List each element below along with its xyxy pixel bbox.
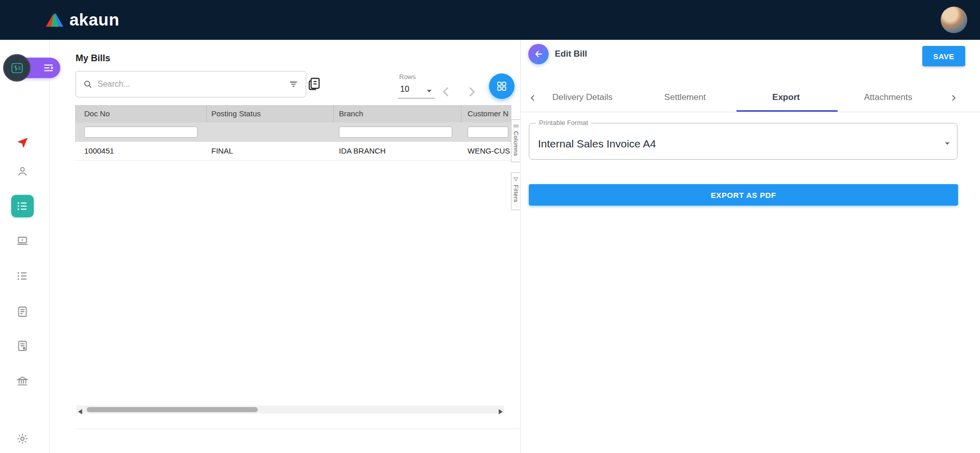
filters-side-tab[interactable]: Filters [511,172,520,210]
caret-down-icon [424,85,435,96]
cell-branch: IDA BRANCH [339,142,456,160]
duplicate-pages-button[interactable] [307,77,322,91]
table-row[interactable]: 1000451 FINAL IDA BRANCH WENG-CUS [75,142,511,161]
tabs-scroll-right-button[interactable] [948,93,959,103]
user-avatar[interactable] [941,7,967,33]
tab-export[interactable]: Export [772,92,800,103]
tab-settlement[interactable]: Settlement [664,92,705,103]
scrollbar-thumb[interactable] [87,407,258,412]
arrow-left-icon [533,49,544,59]
horizontal-scrollbar[interactable] [77,406,504,414]
sidebar-item-invoice-icon[interactable] [16,340,29,352]
edit-bill-title: Edit Bill [555,49,587,59]
table-filter-row [75,122,511,142]
printable-format-label: Printable Format [536,119,591,127]
tab-delivery-details[interactable]: Delivery Details [552,92,612,103]
scroll-left-arrow-icon[interactable] [78,407,82,416]
ledger-dollar-icon [10,61,24,75]
topbar: akaun [0,0,980,40]
sidebar-item-bills-active[interactable] [11,195,34,217]
akaun-logo: akaun [45,10,119,30]
bills-panel-bottom-border [75,429,520,429]
columns-side-tab[interactable]: Columns [511,119,520,162]
menu-expand-icon [43,62,54,73]
tabs-scroll-left-button[interactable] [528,93,538,103]
sidebar-item-document-icon[interactable] [16,306,29,318]
sidebar [0,40,50,453]
column-header-doc-no[interactable]: Doc No [84,105,202,122]
save-button[interactable]: SAVE [922,46,965,66]
rows-per-page-value: 10 [400,85,409,94]
tab-attachments[interactable]: Attachments [864,92,913,103]
filter-input-branch[interactable] [339,127,452,138]
dropdown-caret-icon [942,138,953,151]
search-input[interactable] [96,79,288,89]
grid-icon [496,81,507,92]
tabs-bottom-border [520,112,980,112]
sidebar-item-bank-icon[interactable] [16,375,29,387]
cell-doc-no: 1000451 [84,142,202,160]
search-icon [83,80,92,89]
search-box [76,71,306,97]
brand-name: akaun [69,10,119,30]
next-page-button[interactable] [464,85,479,99]
sidebar-item-laptop-icon[interactable] [16,235,29,247]
filter-sort-icon[interactable] [288,79,299,89]
cell-posting-status: FINAL [211,142,329,160]
logo-triangle-icon [45,12,64,28]
scroll-right-arrow-icon[interactable] [499,407,503,416]
chevron-right-icon [464,85,479,99]
rows-per-page-select[interactable]: 10 [398,83,435,98]
pages-icon [307,77,322,91]
filter-input-doc-no[interactable] [84,127,198,138]
printable-format-value: Internal Sales Invoice A4 [538,138,656,150]
rows-per-page-label: Rows [399,73,416,81]
ledger-app-button[interactable] [3,54,31,82]
chevron-left-icon [439,85,453,99]
chevron-right-icon [948,93,959,103]
chevron-left-icon [528,93,538,103]
filter-input-customer[interactable] [468,127,508,138]
filters-tab-label: Filters [513,185,519,203]
panel-divider [520,40,521,453]
column-header-branch[interactable]: Branch [339,105,456,122]
previous-page-button[interactable] [439,85,453,99]
active-tab-indicator [737,110,838,112]
sidebar-item-person-icon[interactable] [16,165,29,178]
cell-customer: WENG-CUS [468,142,511,160]
column-header-posting-status[interactable]: Posting Status [211,105,329,122]
bills-table: Doc No Posting Status Branch Customer N … [75,105,511,429]
columns-tab-label: Columns [513,131,519,156]
column-header-customer[interactable]: Customer N [468,105,511,122]
sidebar-item-send-icon[interactable] [16,136,29,148]
columns-grip-icon [513,123,519,129]
table-header-row: Doc No Posting Status Branch Customer N [75,105,511,122]
back-button[interactable] [528,44,549,64]
export-as-pdf-button[interactable]: EXPORT AS PDF [529,184,958,206]
sidebar-item-gear-icon[interactable] [16,433,29,445]
sidebar-item-list-icon[interactable] [16,270,29,282]
grid-view-button[interactable] [489,73,514,99]
funnel-icon [513,177,519,182]
page-title: My Bills [76,53,110,64]
